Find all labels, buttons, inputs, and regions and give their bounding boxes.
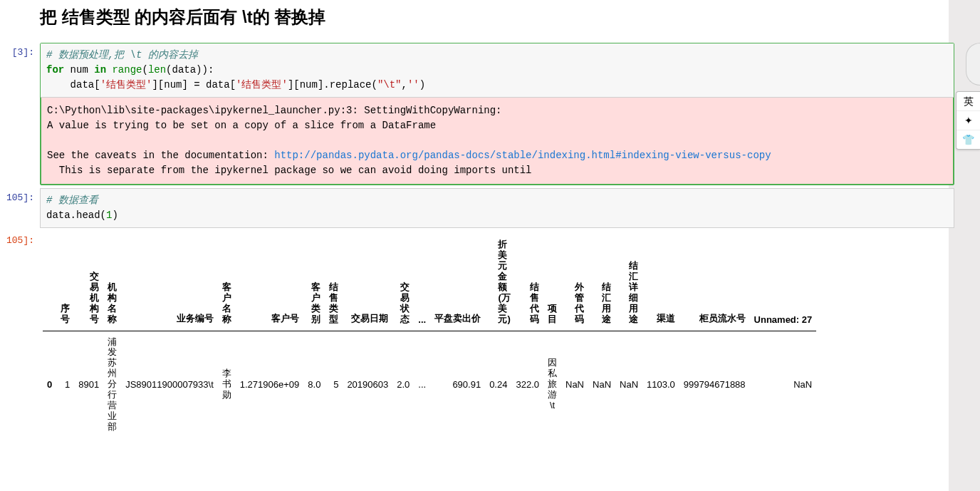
code-comment: # 数据预处理,把 \t 的内容去掉 xyxy=(46,49,198,61)
warning-output: C:\Python\lib\site-packages\ipykernel_la… xyxy=(41,98,954,185)
table-cell: 0.24 xyxy=(485,331,511,438)
input-prompt: 105]: xyxy=(0,188,40,203)
table-cell: NaN xyxy=(561,331,588,438)
table-cell: NaN xyxy=(615,331,642,438)
col-header: 客户类别 xyxy=(303,234,325,331)
col-header: 结售类型 xyxy=(325,234,343,331)
col-header: 项目 xyxy=(543,234,561,331)
input-prompt: [3]: xyxy=(0,43,40,58)
col-header: 结汇详细用途 xyxy=(615,234,642,331)
col-header xyxy=(43,234,56,331)
col-header: 结汇用途 xyxy=(588,234,615,331)
dataframe-table: 序号交易机构号机构名称业务编号客户名称客户号客户类别结售类型交易日期交易状态..… xyxy=(43,234,816,438)
ime-skin-icon[interactable]: 👕 xyxy=(956,130,980,149)
table-cell: JS89011900007933\t xyxy=(121,331,218,438)
table-cell: 999794671888 xyxy=(679,331,750,438)
table-row: 018901浦发苏州分行营业部JS89011900007933\t李书勋1.27… xyxy=(43,331,816,438)
col-header: 交易状态 xyxy=(392,234,414,331)
row-index: 0 xyxy=(43,331,56,438)
col-header: 客户号 xyxy=(236,234,304,331)
code-cell-105: 105]: # 数据查看 data.head(1) xyxy=(0,188,954,228)
output-cell-105: 105]: 序号交易机构号机构名称业务编号客户名称客户号客户类别结售类型交易日期… xyxy=(0,231,954,453)
notebook-page: 把 结售类型 的内容后面有 \t的 替换掉 [3]: # 数据预处理,把 \t … xyxy=(0,6,954,453)
col-header: Unnamed: 27 xyxy=(750,234,817,331)
table-cell: 李书勋 xyxy=(218,331,236,438)
table-cell: 20190603 xyxy=(343,331,392,438)
table-cell: 1103.0 xyxy=(642,331,679,438)
col-header: 柜员流水号 xyxy=(679,234,750,331)
markdown-heading: 把 结售类型 的内容后面有 \t的 替换掉 xyxy=(40,6,954,29)
col-header: 平盘卖出价 xyxy=(430,234,485,331)
table-cell: 8901 xyxy=(74,331,103,438)
col-header: 交易机构号 xyxy=(74,234,103,331)
table-cell: NaN xyxy=(588,331,615,438)
table-cell: 5 xyxy=(325,331,343,438)
table-cell: 2.0 xyxy=(392,331,414,438)
table-cell: NaN xyxy=(750,331,817,438)
warn-line1: C:\Python\lib\site-packages\ipykernel_la… xyxy=(47,105,508,116)
table-cell: 1.271906e+09 xyxy=(236,331,304,438)
table-cell: ... xyxy=(414,331,430,438)
code-input[interactable]: # 数据查看 data.head(1) xyxy=(40,188,954,228)
col-header: 结售代码 xyxy=(511,234,543,331)
ime-lang-toggle[interactable]: 英 xyxy=(956,92,980,111)
code-comment: # 数据查看 xyxy=(46,195,98,206)
col-header: 外管代码 xyxy=(561,234,588,331)
table-header-row: 序号交易机构号机构名称业务编号客户名称客户号客户类别结售类型交易日期交易状态..… xyxy=(43,234,816,331)
dataframe-output: 序号交易机构号机构名称业务编号客户名称客户号客户类别结售类型交易日期交易状态..… xyxy=(40,231,954,453)
table-cell: 322.0 xyxy=(511,331,543,438)
table-cell: 1 xyxy=(56,331,74,438)
cell-3-wrap: # 数据预处理,把 \t 的内容去掉 for num in range(len(… xyxy=(40,43,954,185)
table-cell: 690.91 xyxy=(430,331,485,438)
warning-doc-link[interactable]: http://pandas.pydata.org/pandas-docs/sta… xyxy=(274,150,771,161)
table-cell: 浦发苏州分行营业部 xyxy=(103,331,121,438)
col-header: 业务编号 xyxy=(121,234,218,331)
col-header: 客户名称 xyxy=(218,234,236,331)
code-input[interactable]: # 数据预处理,把 \t 的内容去掉 for num in range(len(… xyxy=(41,43,954,98)
table-cell: 8.0 xyxy=(303,331,325,438)
warn-line2: A value is trying to be set on a copy of… xyxy=(47,120,436,131)
col-header: 渠道 xyxy=(642,234,679,331)
code-cell-3: [3]: # 数据预处理,把 \t 的内容去掉 for num in range… xyxy=(0,43,954,185)
side-badge xyxy=(966,43,980,86)
warn-line4-pre: See the caveats in the documentation: xyxy=(47,150,274,161)
col-header: 机构名称 xyxy=(103,234,121,331)
warn-line5: This is separate from the ipykernel pack… xyxy=(47,165,532,176)
ime-symbol-icon[interactable]: ✦ xyxy=(956,111,980,130)
ime-toolbar[interactable]: 英 ✦ 👕 xyxy=(956,91,980,150)
col-header: ... xyxy=(414,234,430,331)
output-prompt: 105]: xyxy=(0,231,40,246)
col-header: 折美元金额(万美元) xyxy=(485,234,511,331)
col-header: 交易日期 xyxy=(343,234,392,331)
table-cell: 因私旅游\t xyxy=(543,331,561,438)
col-header: 序号 xyxy=(56,234,74,331)
